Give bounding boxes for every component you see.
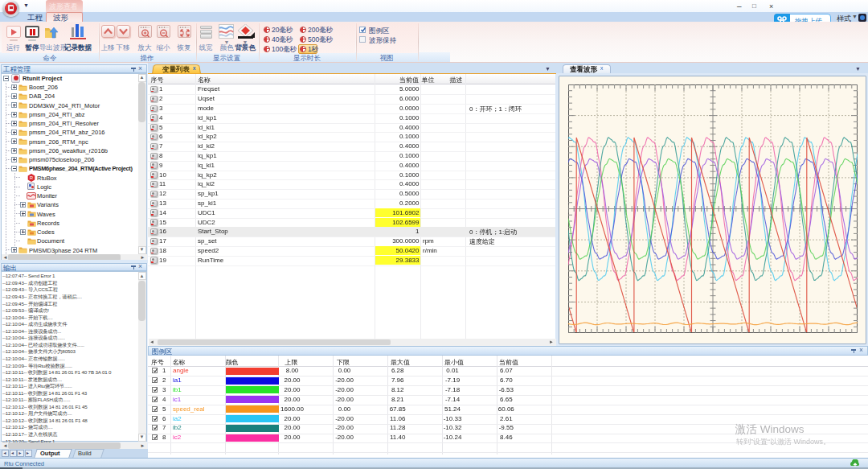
- svg-text:R: R: [30, 175, 34, 180]
